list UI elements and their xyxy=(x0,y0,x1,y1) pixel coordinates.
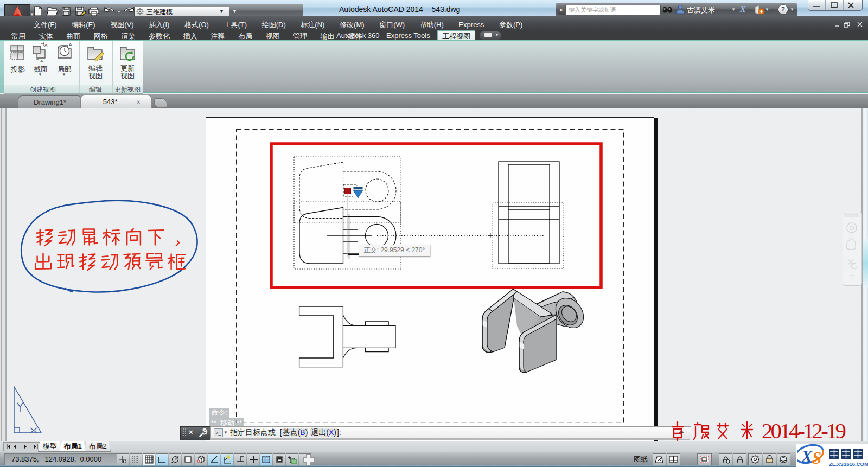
svg-text:X: X xyxy=(801,447,813,466)
svg-text:A: A xyxy=(40,59,43,63)
svg-text:A: A xyxy=(44,43,48,48)
svg-text:A: A xyxy=(69,42,72,47)
svg-text:S: S xyxy=(812,449,821,467)
svg-text:ZL.XS1616.COM: ZL.XS1616.COM xyxy=(829,461,868,467)
svg-text:2014-12-19: 2014-12-19 xyxy=(762,421,846,442)
